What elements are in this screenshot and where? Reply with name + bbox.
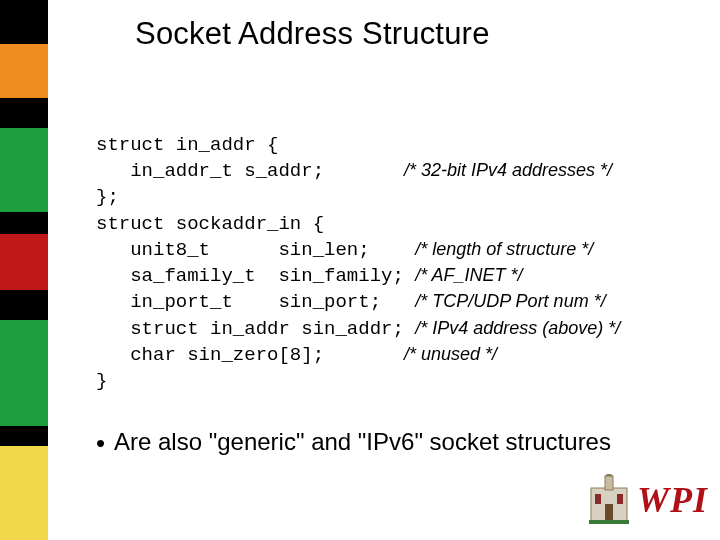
code-comment: /* 32-bit IPv4 addresses */ <box>404 160 612 180</box>
stripe-5 <box>0 234 48 290</box>
code-line: in_port_t sin_port; <box>96 291 381 313</box>
code-line: struct in_addr { <box>96 134 278 156</box>
code-comment: /* unused */ <box>404 344 497 364</box>
code-line: char sin_zero[8]; <box>96 344 324 366</box>
code-line: struct sockaddr_in { <box>96 213 324 235</box>
svg-rect-4 <box>617 494 623 504</box>
code-line: unit8_t sin_len; <box>96 239 370 261</box>
slide-title: Socket Address Structure <box>135 16 490 52</box>
svg-rect-6 <box>589 520 629 524</box>
svg-rect-5 <box>605 504 613 520</box>
bullet-item: • Are also "generic" and "IPv6" socket s… <box>96 428 676 457</box>
code-comment: /* length of structure */ <box>415 239 593 259</box>
wpi-wordmark: WPI <box>637 479 708 521</box>
code-line: sa_family_t sin_family; <box>96 265 404 287</box>
bullet-dot-icon: • <box>96 430 114 456</box>
stripe-0 <box>0 0 48 44</box>
stripe-7 <box>0 320 48 426</box>
code-block: struct in_addr { in_addr_t s_addr; /* 32… <box>96 132 696 394</box>
stripe-1 <box>0 44 48 98</box>
svg-rect-3 <box>595 494 601 504</box>
svg-marker-2 <box>605 474 613 476</box>
code-line: in_addr_t s_addr; <box>96 160 324 182</box>
bullet-text: Are also "generic" and "IPv6" socket str… <box>114 428 611 457</box>
stripe-9 <box>0 446 48 540</box>
code-line: struct in_addr sin_addr; <box>96 318 404 340</box>
stripe-8 <box>0 426 48 446</box>
code-comment: /* AF_INET */ <box>415 265 522 285</box>
stripe-2 <box>0 98 48 128</box>
code-line: } <box>96 370 107 392</box>
code-comment: /* TCP/UDP Port num */ <box>415 291 605 311</box>
code-comment: /* IPv4 address (above) */ <box>415 318 620 338</box>
stripe-4 <box>0 212 48 234</box>
stripe-6 <box>0 290 48 320</box>
slide: Socket Address Structure struct in_addr … <box>0 0 720 540</box>
stripe-3 <box>0 128 48 212</box>
wpi-logo: WPI <box>538 470 708 530</box>
code-line: }; <box>96 186 119 208</box>
wpi-seal-icon <box>587 474 631 526</box>
svg-rect-1 <box>605 476 613 490</box>
